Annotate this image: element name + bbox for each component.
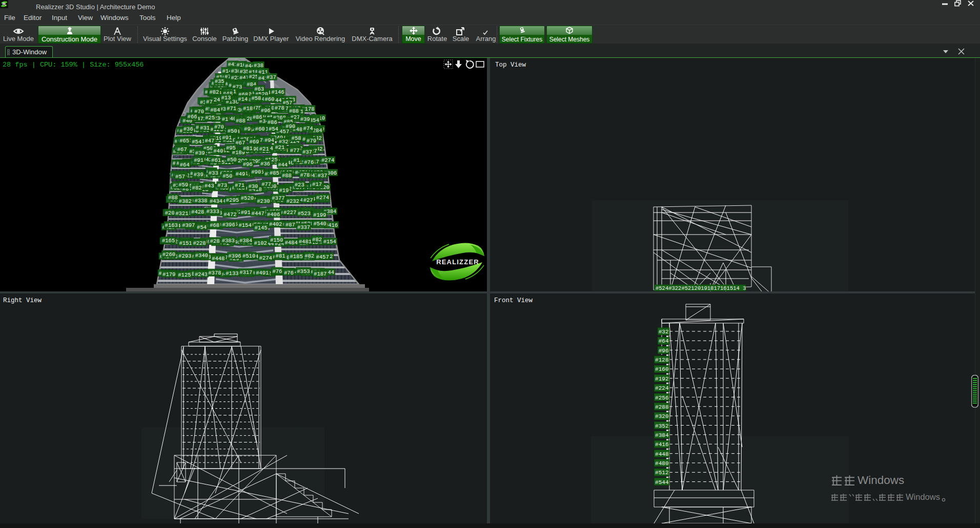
svg-text:#54: #54 — [192, 139, 201, 145]
svg-text:#36: #36 — [260, 161, 270, 167]
svg-text:#96: #96 — [261, 108, 271, 114]
svg-text:#384: #384 — [239, 238, 252, 244]
svg-text:#416: #416 — [655, 441, 668, 448]
svg-text:#30: #30 — [249, 183, 258, 189]
svg-text:#43: #43 — [205, 183, 214, 189]
svg-text:#44: #44 — [278, 162, 288, 168]
svg-text:#91: #91 — [241, 209, 251, 216]
svg-text:#163: #163 — [165, 222, 178, 228]
svg-text:#81: #81 — [243, 145, 253, 152]
svg-text:#232: #232 — [287, 198, 299, 204]
svg-text:#384: #384 — [655, 432, 669, 438]
svg-text:#353: #353 — [297, 268, 310, 274]
svg-text:#50: #50 — [228, 128, 237, 134]
svg-text:#74: #74 — [303, 125, 313, 132]
svg-text:REALIZZER: REALIZZER — [436, 258, 479, 266]
svg-text:#185: #185 — [290, 254, 303, 260]
svg-text:#88: #88 — [168, 195, 178, 201]
svg-text:#95: #95 — [226, 145, 236, 151]
svg-text:#402: #402 — [269, 221, 282, 227]
svg-text:#165: #165 — [162, 238, 175, 244]
svg-text:#96: #96 — [659, 348, 669, 354]
svg-text:#1: #1 — [293, 157, 300, 163]
svg-text:#27: #27 — [303, 197, 313, 203]
svg-text:#523: #523 — [298, 210, 311, 217]
svg-text:#77: #77 — [290, 147, 300, 154]
svg-text:#64: #64 — [659, 338, 669, 344]
svg-text:#320: #320 — [655, 413, 668, 419]
svg-text:#67: #67 — [177, 146, 187, 153]
svg-text:#382: #382 — [179, 198, 192, 204]
svg-text:#60: #60 — [265, 96, 275, 102]
svg-text:#68: #68 — [210, 222, 219, 228]
svg-text:#228: #228 — [193, 240, 206, 246]
svg-text:#58: #58 — [251, 95, 261, 101]
svg-text:#154: #154 — [323, 239, 336, 245]
svg-text:#145: #145 — [254, 225, 267, 231]
svg-text:#491: #491 — [256, 270, 269, 276]
svg-text:#36: #36 — [183, 126, 193, 132]
svg-text:#21: #21 — [275, 144, 284, 151]
svg-text:#73: #73 — [217, 182, 227, 188]
svg-text:28 fps | CPU: 159% | Size: 955: 28 fps | CPU: 159% | Size: 955x456 — [3, 61, 144, 69]
svg-text:#484: #484 — [285, 240, 298, 246]
svg-text:#321: #321 — [175, 210, 188, 217]
svg-text:#227: #227 — [283, 209, 296, 216]
svg-text:#57: #57 — [175, 174, 185, 180]
svg-text:#13: #13 — [221, 95, 231, 101]
svg-text:#434: #434 — [210, 198, 222, 204]
svg-text:#288: #288 — [655, 404, 668, 410]
svg-text:#160: #160 — [655, 366, 668, 372]
svg-text:#87: #87 — [285, 222, 295, 228]
svg-text:#63: #63 — [254, 86, 264, 92]
svg-text:#86: #86 — [253, 114, 262, 120]
svg-text:#35: #35 — [215, 78, 224, 85]
svg-text:#317: #317 — [239, 269, 252, 276]
svg-text:#199: #199 — [313, 212, 326, 218]
svg-text:#39: #39 — [300, 116, 310, 122]
svg-text:#54: #54 — [269, 126, 278, 132]
svg-text:#524#322#52120191817161514 3: #524#322#52120191817161514 3 — [656, 285, 746, 291]
svg-text:Windows: Windows — [906, 492, 940, 501]
svg-text:#82: #82 — [312, 237, 322, 243]
svg-text:#96: #96 — [243, 161, 253, 167]
svg-text:#79: #79 — [307, 138, 316, 144]
svg-text:#50: #50 — [222, 173, 232, 179]
svg-text:#295: #295 — [226, 197, 239, 203]
svg-text:#243: #243 — [195, 271, 208, 278]
svg-text:#31: #31 — [200, 125, 210, 131]
svg-text:#224: #224 — [655, 385, 669, 391]
svg-text:#39: #39 — [195, 150, 205, 156]
svg-text:#480: #480 — [655, 460, 668, 467]
svg-text:#378: #378 — [208, 270, 221, 276]
svg-text:#187: #187 — [314, 271, 326, 277]
svg-text:#146: #146 — [271, 89, 284, 95]
svg-text:#70: #70 — [214, 124, 224, 130]
svg-text:#81: #81 — [276, 253, 285, 259]
svg-text:#69: #69 — [249, 139, 259, 145]
svg-text:#19: #19 — [279, 187, 289, 194]
svg-text:#78: #78 — [300, 172, 310, 178]
svg-text:#88: #88 — [289, 108, 299, 114]
svg-text:#274: #274 — [321, 157, 334, 163]
svg-text:#447: #447 — [252, 210, 264, 217]
svg-text:#37: #37 — [317, 173, 327, 179]
svg-text:#91: #91 — [194, 157, 203, 163]
svg-text:Right View: Right View — [3, 297, 42, 304]
svg-text:#481: #481 — [299, 239, 312, 245]
svg-text:#448: #448 — [655, 451, 668, 457]
svg-text:#90: #90 — [285, 123, 295, 130]
svg-text:#82: #82 — [192, 185, 202, 191]
svg-text:#428: #428 — [191, 209, 204, 215]
svg-text:#66: #66 — [188, 114, 197, 120]
svg-text:#71: #71 — [227, 105, 236, 112]
svg-text:#377: #377 — [272, 195, 284, 201]
svg-text:#448: #448 — [212, 256, 224, 262]
svg-text:#88: #88 — [236, 118, 246, 124]
svg-text:#28: #28 — [210, 238, 220, 244]
svg-text:#17: #17 — [312, 181, 322, 187]
svg-text:#396: #396 — [222, 222, 235, 228]
svg-text:#510: #510 — [242, 253, 255, 259]
svg-text:#25: #25 — [205, 115, 215, 121]
svg-text:#76: #76 — [284, 270, 294, 276]
